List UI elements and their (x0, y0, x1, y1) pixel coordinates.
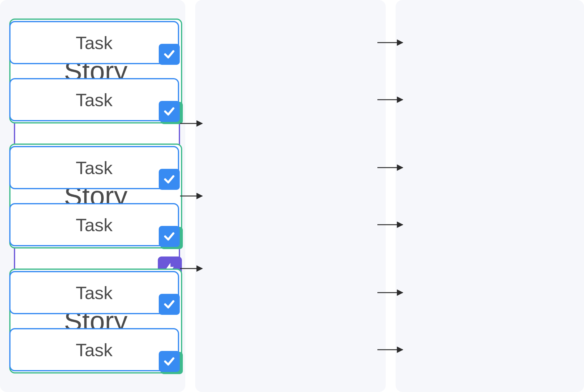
task-label: Task (76, 215, 112, 235)
task-label: Task (76, 90, 112, 110)
check-icon (159, 101, 180, 122)
task-label: Task (76, 32, 112, 53)
task-card: Task (9, 203, 179, 246)
task-card: Task (9, 271, 179, 314)
story-column-panel (195, 0, 386, 392)
task-label: Task (76, 157, 112, 178)
task-label: Task (76, 282, 112, 303)
task-card: Task (9, 78, 179, 121)
task-column-panel (396, 0, 584, 392)
task-card: Task (9, 328, 179, 371)
check-icon (159, 294, 180, 315)
task-label: Task (76, 340, 112, 360)
task-card: Task (9, 146, 179, 189)
task-card: Task (9, 21, 179, 64)
check-icon (159, 351, 180, 372)
check-icon (159, 44, 180, 65)
check-icon (159, 226, 180, 247)
check-icon (159, 169, 180, 190)
